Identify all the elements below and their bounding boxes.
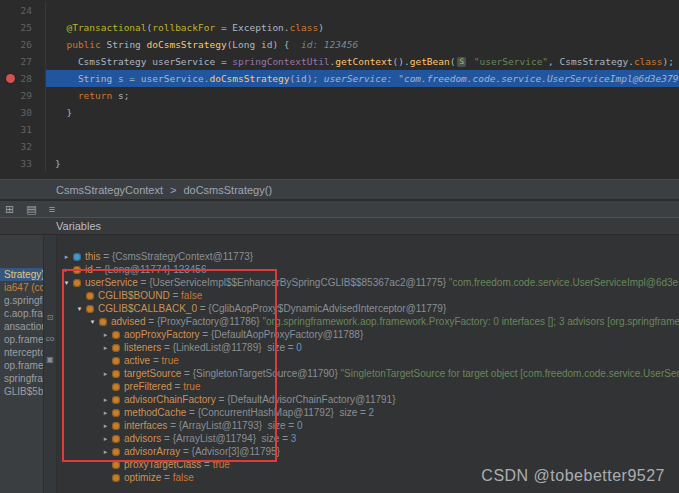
value-token: {DefaultAopProxyFactory@11788} — [211, 329, 363, 340]
variable-row[interactable]: ▾userService = {UserServiceImpl$$Enhance… — [57, 276, 679, 289]
frame-item[interactable]: Strategy) — [0, 268, 43, 281]
value-token: {UserServiceImpl$$EnhancerBySpringCGLIB$… — [149, 277, 449, 288]
expand-arrow-icon[interactable]: ▸ — [100, 409, 111, 417]
editor-gutter[interactable]: 29 — [0, 87, 46, 104]
editor-gutter[interactable]: 24 — [0, 2, 46, 19]
variable-row[interactable]: preFiltered = true — [57, 380, 679, 393]
code-line[interactable]: 26 public String doCsmsStrategy(Long id)… — [0, 36, 679, 53]
expand-arrow-icon[interactable]: ▾ — [61, 279, 72, 287]
code-token: rollbackFor — [152, 22, 215, 33]
value-token: = — [180, 446, 191, 457]
value-token: proxyTargetClass — [124, 459, 201, 470]
view-options-icon[interactable]: ≡ — [49, 201, 55, 217]
expand-arrow-icon[interactable]: ▸ — [100, 370, 111, 378]
console-badge[interactable]: co — [46, 334, 54, 344]
frames-panel[interactable]: Strategy)ia647 (comg.springfrac.aop.fram… — [0, 235, 44, 493]
value-token: "com.freedom.code.service.UserServiceImp… — [449, 277, 679, 288]
variables-tab-label[interactable]: Variables — [0, 218, 679, 235]
editor-gutter[interactable]: 25 — [0, 19, 46, 36]
value-token: true — [162, 355, 179, 366]
debug-side-strip: ⊡co▣ — [44, 235, 57, 493]
value-token: CGLIB$BOUND — [98, 290, 170, 301]
value-token: CGLIB$CALLBACK_0 — [98, 303, 197, 314]
editor-gutter[interactable]: 32 — [0, 138, 46, 155]
editor-gutter[interactable]: 26 — [0, 36, 46, 53]
frame-item[interactable]: ia647 (com — [0, 281, 43, 294]
variable-row[interactable]: active = true — [57, 354, 679, 367]
expand-arrow-icon[interactable]: ▾ — [87, 318, 98, 326]
editor-gutter[interactable]: 31 — [0, 121, 46, 138]
expand-arrow-icon[interactable]: ▾ — [74, 305, 85, 313]
frame-item[interactable]: ansaction.i — [0, 320, 43, 333]
expand-arrow-icon[interactable]: ▸ — [100, 344, 111, 352]
code-token: "userService" — [474, 56, 548, 67]
copy-stack-icon[interactable]: ⊡ — [47, 313, 54, 323]
value-token: true — [183, 381, 200, 392]
variable-icon — [86, 305, 94, 313]
variable-row[interactable]: ▾advised = {ProxyFactory@11786} "org.spr… — [57, 315, 679, 328]
breadcrumb: CsmsStrategyContext > doCsmsStrategy() — [0, 179, 679, 200]
variable-row[interactable]: ▸id = {Long@11774} 123456 — [57, 263, 679, 276]
variable-row[interactable]: ▸targetSource = {SingletonTargetSource@1… — [57, 367, 679, 380]
variable-row[interactable]: ▾CGLIB$CALLBACK_0 = {CglibAopProxy$Dynam… — [57, 302, 679, 315]
frame-item[interactable]: nterceptor. — [0, 346, 43, 359]
restore-layout-icon[interactable]: ▤ — [26, 201, 36, 217]
frame-item[interactable]: c.aop.fram — [0, 307, 43, 320]
code-line[interactable]: 27 CsmsStrategy userService = springCont… — [0, 53, 679, 70]
variable-row[interactable]: ▸this = {CsmsStrategyContext@11773} — [57, 250, 679, 263]
code-token: ( — [450, 56, 456, 67]
editor-gutter[interactable]: 33 — [0, 155, 46, 172]
debug-body: Strategy)ia647 (comg.springfrac.aop.fram… — [0, 235, 679, 493]
layout-grid-icon[interactable]: ⊞ — [5, 201, 14, 217]
expand-arrow-icon[interactable]: ▸ — [61, 253, 72, 261]
breadcrumb-item-method[interactable]: doCsmsStrategy() — [183, 184, 272, 196]
variable-row[interactable]: CGLIB$BOUND = false — [57, 289, 679, 302]
value-token: = — [150, 355, 161, 366]
code-line[interactable]: 32 — [0, 138, 679, 155]
code-editor[interactable]: 2425 @Transactional(rollbackFor = Except… — [0, 0, 679, 179]
value-token: {CsmsStrategyContext@11773} — [112, 251, 253, 262]
code-line[interactable]: 30 } — [0, 104, 679, 121]
code-token: Exception. — [232, 22, 289, 33]
editor-gutter[interactable]: 27 — [0, 53, 46, 70]
variable-row[interactable]: ▸aopProxyFactory = {DefaultAopProxyFacto… — [57, 328, 679, 341]
code-text: } — [46, 155, 679, 172]
code-line[interactable]: 24 — [0, 2, 679, 19]
editor-gutter[interactable]: 30 — [0, 104, 46, 121]
frame-item[interactable]: op.framew — [0, 359, 43, 372]
value-token: {ArrayList@11793} — [179, 420, 265, 431]
code-line[interactable]: 33} — [0, 155, 679, 172]
variable-row[interactable]: ▸interfaces = {ArrayList@11793} size = 0 — [57, 419, 679, 432]
expand-arrow-icon[interactable]: ▸ — [100, 396, 111, 404]
panel-icon[interactable]: ▣ — [46, 355, 54, 365]
frame-item[interactable]: springfram — [0, 372, 43, 385]
frame-item[interactable]: g.springfra — [0, 294, 43, 307]
line-number: 26 — [21, 39, 32, 50]
code-token: userService: "com.freedom.code.service.U… — [324, 73, 679, 84]
breakpoint-icon[interactable] — [6, 74, 15, 83]
code-token: } — [55, 158, 61, 169]
frame-item[interactable]: GLIB$5b64 — [0, 385, 43, 398]
expand-arrow-icon[interactable]: ▸ — [100, 422, 111, 430]
expand-arrow-icon[interactable]: ▸ — [100, 435, 111, 443]
frame-item[interactable]: op.framew — [0, 333, 43, 346]
code-line[interactable]: 28 String s = userService.doCsmsStrategy… — [0, 70, 679, 87]
editor-gutter[interactable]: 28 — [0, 70, 46, 87]
code-line[interactable]: 29 return s; — [0, 87, 679, 104]
variable-row[interactable]: ▸advisors = {ArrayList@11794} size = 3 — [57, 432, 679, 445]
code-line[interactable]: 25 @Transactional(rollbackFor = Exceptio… — [0, 19, 679, 36]
variable-row[interactable]: ▸listeners = {LinkedList@11789} size = 0 — [57, 341, 679, 354]
value-token: 0 — [296, 342, 302, 353]
code-text: @Transactional(rollbackFor = Exception.c… — [46, 19, 679, 36]
code-token: s; — [118, 90, 129, 101]
expand-arrow-icon[interactable]: ▸ — [100, 331, 111, 339]
expand-arrow-icon[interactable]: ▸ — [100, 448, 111, 456]
value-token: = — [172, 381, 183, 392]
variable-row[interactable]: ▸advisorArray = {Advisor[3]@11795} — [57, 445, 679, 458]
variable-row[interactable]: ▸advisorChainFactory = {DefaultAdvisorCh… — [57, 393, 679, 406]
breadcrumb-item-class[interactable]: CsmsStrategyContext — [56, 184, 163, 196]
variables-tree[interactable]: ▸this = {CsmsStrategyContext@11773}▸id =… — [57, 235, 679, 493]
code-line[interactable]: 31 — [0, 121, 679, 138]
expand-arrow-icon[interactable]: ▸ — [61, 266, 72, 274]
variable-row[interactable]: ▸methodCache = {ConcurrentHashMap@11792}… — [57, 406, 679, 419]
